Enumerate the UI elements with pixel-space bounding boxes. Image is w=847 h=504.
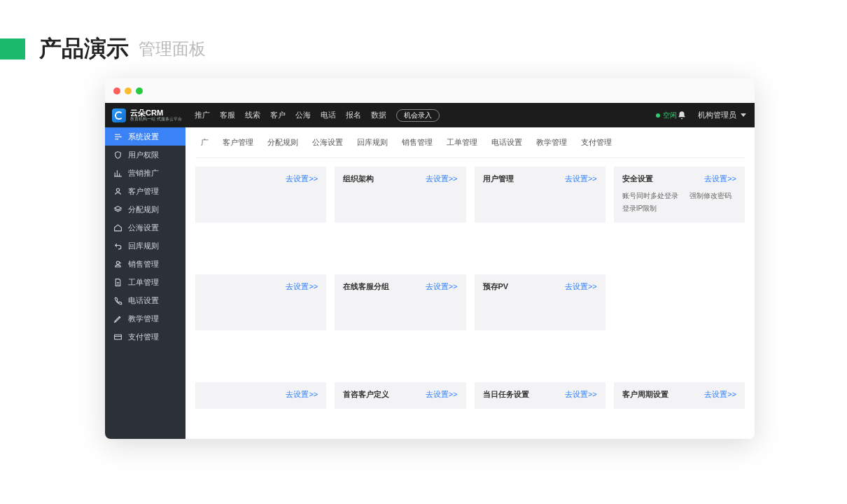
sidebar-item[interactable]: 分配规则 — [105, 200, 186, 218]
card-link[interactable]: 去设置>> — [426, 281, 458, 292]
sidebar-item-label: 系统设置 — [128, 132, 159, 142]
sidebar-item[interactable]: 回库规则 — [105, 237, 186, 255]
card-title: 用户管理 — [483, 174, 514, 184]
accent-block — [0, 38, 25, 59]
card-icon — [113, 332, 122, 342]
row-gap — [195, 339, 745, 374]
card-title: 当日任务设置 — [483, 389, 529, 400]
brand-slogan: 教育机构一站 式服务云平台 — [130, 117, 182, 121]
card-title: 安全设置 — [622, 174, 653, 184]
card-link[interactable]: 去设置>> — [286, 174, 318, 184]
doc-icon — [113, 278, 122, 287]
bell-icon[interactable] — [677, 111, 687, 120]
card-link[interactable]: 去设置>> — [565, 389, 597, 400]
settings-card: 去设置>> — [195, 382, 326, 409]
shield-icon — [113, 150, 122, 160]
topnav: 云朵CRM 教育机构一站 式服务云平台 推广客服线索客户公海电话报名数据 机会录… — [105, 103, 755, 127]
settings-card: 客户周期设置去设置>> — [614, 382, 745, 409]
card-link[interactable]: 去设置>> — [565, 174, 597, 184]
topnav-item[interactable]: 报名 — [346, 111, 361, 120]
sidebar-item[interactable]: 电话设置 — [105, 291, 186, 309]
card-link[interactable]: 去设置>> — [286, 281, 318, 292]
brand-name: 云朵CRM — [130, 109, 182, 117]
tab[interactable]: 电话设置 — [486, 134, 528, 150]
record-entry-button[interactable]: 机会录入 — [396, 109, 440, 122]
brand[interactable]: 云朵CRM 教育机构一站 式服务云平台 — [105, 108, 189, 122]
sidebar-item[interactable]: 销售管理 — [105, 255, 186, 273]
window: 云朵CRM 教育机构一站 式服务云平台 推广客服线索客户公海电话报名数据 机会录… — [105, 78, 755, 439]
card-link[interactable]: 去设置>> — [565, 281, 597, 292]
zoom-dot[interactable] — [136, 88, 143, 94]
card-link[interactable]: 去设置>> — [426, 174, 458, 184]
tab[interactable]: 支付管理 — [575, 134, 617, 150]
sidebar-item-label: 客户管理 — [128, 186, 159, 197]
settings-card: 组织架构去设置>> — [335, 167, 465, 223]
person-icon — [113, 260, 122, 269]
topnav-item[interactable]: 线索 — [245, 111, 260, 120]
card-link[interactable]: 去设置>> — [426, 389, 458, 400]
card-title: 首咨客户定义 — [343, 389, 389, 400]
topnav-item[interactable]: 客服 — [220, 111, 235, 120]
user-menu[interactable]: 机构管理员 — [698, 111, 746, 120]
sidebar-item-label: 分配规则 — [128, 204, 159, 215]
card-link[interactable]: 去设置>> — [704, 174, 736, 184]
sidebar-item-label: 用户权限 — [128, 150, 159, 160]
tab[interactable]: 回库规则 — [351, 134, 393, 150]
settings-card: 首咨客户定义去设置>> — [335, 382, 465, 409]
sidebar: 系统设置用户权限营销推广客户管理分配规则公海设置回库规则销售管理工单管理电话设置… — [105, 127, 186, 439]
tab[interactable]: 教学管理 — [531, 134, 573, 150]
status-indicator: 空闲 — [656, 111, 677, 120]
sidebar-item-label: 销售管理 — [128, 259, 159, 270]
layers-icon — [113, 205, 122, 214]
sidebar-item[interactable]: 工单管理 — [105, 273, 186, 291]
card-link[interactable]: 去设置>> — [704, 389, 736, 400]
topnav-item[interactable]: 推广 — [195, 111, 210, 120]
tab[interactable]: 广 — [195, 134, 214, 150]
page-subtitle: 管理面板 — [139, 38, 206, 60]
card-title: 组织架构 — [343, 174, 374, 184]
card-sub: 强制修改密码 — [690, 191, 732, 201]
card-title: 预存PV — [483, 281, 509, 292]
tab[interactable]: 客户管理 — [217, 134, 259, 150]
sliders-icon — [113, 132, 122, 141]
topnav-item[interactable]: 数据 — [371, 111, 386, 120]
sidebar-item[interactable]: 系统设置 — [105, 127, 186, 146]
window-titlebar — [105, 78, 755, 103]
row-gap — [195, 231, 745, 266]
house-icon — [113, 223, 122, 232]
card-link[interactable]: 去设置>> — [286, 389, 318, 400]
tab[interactable]: 公海设置 — [307, 134, 349, 150]
user-label: 机构管理员 — [698, 111, 736, 120]
topnav-item[interactable]: 客户 — [270, 111, 286, 120]
sidebar-item[interactable]: 用户权限 — [105, 146, 186, 164]
sidebar-item[interactable]: 营销推广 — [105, 164, 186, 182]
topnav-item[interactable]: 公海 — [295, 111, 311, 120]
main: 广客户管理分配规则公海设置回库规则销售管理工单管理电话设置教学管理支付管理 去设… — [186, 127, 755, 439]
settings-card: 在线客服分组去设置>> — [335, 274, 465, 330]
status-text: 空闲 — [663, 111, 677, 120]
card-sub: 账号同时多处登录 — [622, 191, 678, 201]
pencil-icon — [113, 314, 122, 323]
tab[interactable]: 销售管理 — [396, 134, 438, 150]
minimize-dot[interactable] — [125, 88, 132, 94]
tabs: 广客户管理分配规则公海设置回库规则销售管理工单管理电话设置教学管理支付管理 — [195, 127, 745, 158]
card-sub: 登录IP限制 — [622, 204, 657, 214]
sidebar-item[interactable]: 公海设置 — [105, 218, 186, 237]
sidebar-item-label: 公海设置 — [128, 223, 159, 233]
close-dot[interactable] — [113, 88, 120, 94]
chevron-down-icon — [741, 113, 746, 117]
settings-card: 当日任务设置去设置>> — [475, 382, 606, 409]
return-icon — [113, 241, 122, 251]
sidebar-item[interactable]: 客户管理 — [105, 182, 186, 200]
sidebar-item[interactable]: 支付管理 — [105, 328, 186, 346]
sidebar-item-label: 回库规则 — [128, 241, 159, 251]
brand-icon — [112, 108, 126, 122]
status-dot-icon — [656, 113, 660, 118]
topnav-item[interactable]: 电话 — [321, 111, 336, 120]
tab[interactable]: 工单管理 — [441, 134, 483, 150]
sidebar-item-label: 教学管理 — [128, 314, 159, 324]
tab[interactable]: 分配规则 — [262, 134, 304, 150]
sidebar-item[interactable]: 教学管理 — [105, 309, 186, 328]
settings-card: 用户管理去设置>> — [475, 167, 606, 223]
user-icon — [113, 187, 122, 196]
